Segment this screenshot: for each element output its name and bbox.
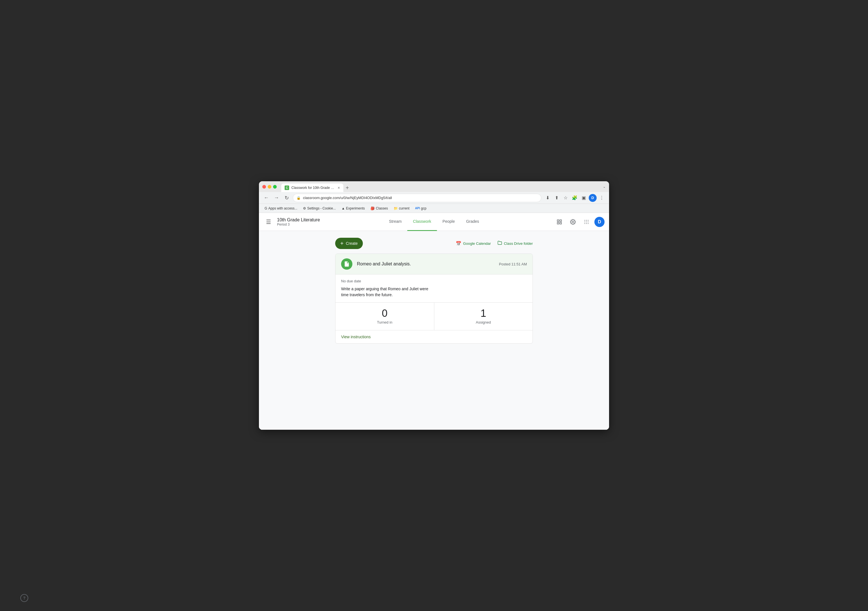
bookmark-experiments[interactable]: ▲ Experiments [339,206,367,211]
class-info: 10th Grade Literature Period 3 [277,217,320,226]
folder-icon: 📁 [394,206,398,210]
class-name: 10th Grade Literature [277,217,320,222]
download-icon[interactable]: ⬇ [544,194,552,202]
svg-rect-1 [560,220,562,221]
new-tab-button[interactable]: + [343,183,351,192]
tab-people[interactable]: People [437,213,460,231]
tab-classwork[interactable]: Classwork [408,213,437,231]
tab-stream[interactable]: Stream [383,213,407,231]
view-instructions-link[interactable]: View instructions [341,335,371,339]
chevron-down-icon[interactable]: ⌄ [603,185,606,189]
assigned-label: Assigned [440,320,527,324]
tab-title: Classwork for 10th Grade Liter… [291,186,335,190]
due-date: No due date [341,279,527,283]
svg-rect-0 [557,220,559,221]
google-calendar-link[interactable]: 📅 Google Calendar [456,241,491,246]
assignment-icon [341,258,352,270]
plus-icon: + [340,240,344,247]
class-period: Period 3 [277,222,320,226]
assignment-card: Romeo and Juliet analysis. Posted 11:51 … [335,254,533,344]
active-tab[interactable]: C Classwork for 10th Grade Liter… × [281,183,343,192]
turned-in-stat[interactable]: 0 Turned in [335,303,434,330]
forward-button[interactable]: → [273,194,281,202]
bookmark-gcp-label: gcp [421,206,426,210]
settings-button[interactable] [567,216,578,228]
share-icon[interactable]: ⬆ [553,194,561,202]
browser-titlebar: C Classwork for 10th Grade Liter… × + ⌄ [259,181,609,192]
top-links: 📅 Google Calendar Class Drive folder [456,240,533,246]
svg-point-8 [584,221,585,222]
hamburger-button[interactable]: ☰ [264,217,274,227]
toolbar-actions: ⬇ ⬆ ☆ 🧩 ▣ D ⋮ [544,194,606,202]
bookmark-current-label: current [399,206,409,210]
svg-point-9 [586,221,587,222]
assignment-body: No due date Write a paper arguing that R… [335,274,533,302]
grid-view-button[interactable] [554,216,565,228]
calendar-link-label: Google Calendar [463,241,491,246]
create-button[interactable]: + Create [335,238,363,249]
apps-button[interactable] [581,216,592,228]
turned-in-number: 0 [341,308,428,318]
bookmark-settings[interactable]: ⚙ Settings - Cookie... [301,206,338,211]
tab-close-button[interactable]: × [338,186,340,190]
experiments-icon: ▲ [341,206,345,210]
user-avatar-button[interactable]: D [594,217,604,227]
maximize-window-button[interactable] [273,185,277,189]
bookmark-experiments-label: Experiments [346,206,365,210]
extensions-icon[interactable]: 🧩 [571,194,578,202]
classroom-header: ☰ 10th Grade Literature Period 3 Stream … [259,213,609,231]
assignment-posted: Posted 11:51 AM [499,262,527,266]
refresh-button[interactable]: ↻ [283,194,291,202]
classes-icon: 🎒 [370,206,375,210]
svg-rect-2 [557,222,559,224]
drive-folder-link-label: Class Drive folder [504,241,533,246]
main-content: + Create 📅 Google Calendar Cl [259,231,609,430]
svg-point-11 [584,223,585,224]
assigned-number: 1 [440,308,527,318]
google-icon: G [265,206,267,210]
tab-grades[interactable]: Grades [460,213,485,231]
header-right: D [554,216,604,228]
bookmarks-bar: G Apps with access... ⚙ Settings - Cooki… [259,204,609,213]
svg-point-12 [586,223,587,224]
bookmark-apps[interactable]: G Apps with access... [262,206,299,211]
minimize-window-button[interactable] [268,185,271,189]
traffic-lights [262,185,277,189]
bookmark-current[interactable]: 📁 current [391,206,412,211]
address-text: classroom.google.com/u/0/w/NjEyMDI4ODIxM… [303,196,538,200]
assignment-title[interactable]: Romeo and Juliet analysis. [357,262,494,267]
create-button-label: Create [346,241,358,246]
bookmark-apps-label: Apps with access... [268,206,297,210]
svg-point-6 [586,220,587,220]
assigned-stat[interactable]: 1 Assigned [434,303,533,330]
header-nav: Stream Classwork People Grades [383,213,485,231]
tab-favicon: C [285,186,289,190]
header-left: ☰ 10th Grade Literature Period 3 [264,217,320,227]
close-window-button[interactable] [262,185,266,189]
bookmark-classes[interactable]: 🎒 Classes [368,206,390,211]
assignment-description: Write a paper arguing that Romeo and Jul… [341,286,527,298]
svg-point-4 [572,221,574,222]
settings-icon: ⚙ [303,206,306,210]
assignment-stats: 0 Turned in 1 Assigned [335,302,533,330]
profile-avatar-button[interactable]: D [589,194,597,202]
turned-in-label: Turned in [341,320,428,324]
sidebar-icon[interactable]: ▣ [580,194,587,202]
tab-bar: C Classwork for 10th Grade Liter… × + [281,181,601,192]
drive-icon [498,240,502,246]
browser-toolbar: ← → ↻ 🔒 classroom.google.com/u/0/w/NjEyM… [259,192,609,204]
tab-bar-controls: ⌄ [603,185,606,189]
svg-rect-3 [560,222,562,224]
assignment-header: Romeo and Juliet analysis. Posted 11:51 … [335,254,533,274]
address-bar[interactable]: 🔒 classroom.google.com/u/0/w/NjEyMDI4ODI… [293,194,541,202]
menu-button[interactable]: ⋮ [598,194,606,202]
drive-folder-link[interactable]: Class Drive folder [498,240,533,246]
bookmark-gcp[interactable]: API gcp [413,206,429,211]
bookmark-icon[interactable]: ☆ [562,194,570,202]
browser-window: C Classwork for 10th Grade Liter… × + ⌄ … [259,181,609,430]
calendar-icon: 📅 [456,241,461,246]
bookmark-settings-label: Settings - Cookie... [307,206,336,210]
back-button[interactable]: ← [262,194,270,202]
assignment-footer: View instructions [335,330,533,343]
svg-point-13 [588,223,589,224]
